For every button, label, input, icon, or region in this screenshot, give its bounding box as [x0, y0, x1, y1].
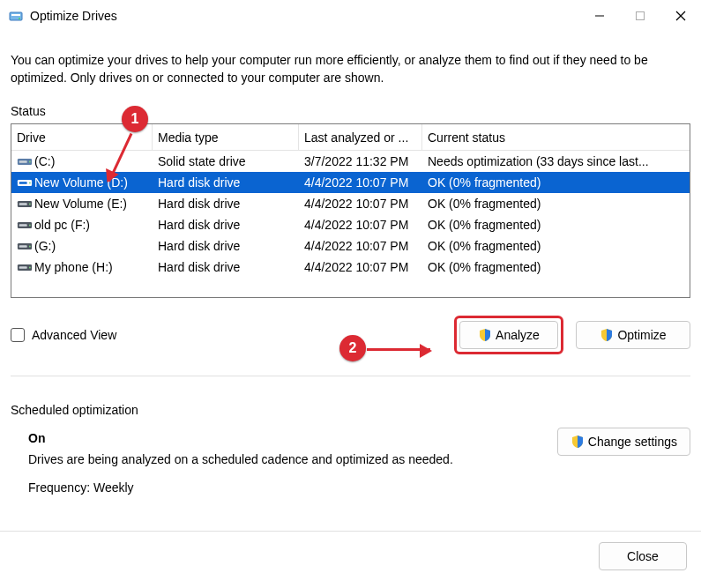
intro-text: You can optimize your drives to help you…	[11, 51, 690, 86]
drive-status: OK (0% fragmented)	[422, 260, 669, 274]
svg-rect-1	[11, 14, 20, 16]
svg-rect-4	[637, 12, 645, 20]
column-media[interactable]: Media type	[153, 124, 299, 150]
drive-icon	[17, 241, 31, 251]
drive-icon	[17, 198, 31, 209]
close-label: Close	[627, 549, 659, 563]
drive-icon	[17, 262, 31, 272]
shield-icon	[600, 328, 614, 342]
table-row[interactable]: New Volume (E:) Hard disk drive 4/4/2022…	[11, 193, 690, 214]
drive-icon	[17, 220, 31, 230]
annotation-2-highlight: Analyze	[454, 316, 563, 354]
drive-status: OK (0% fragmented)	[422, 175, 669, 190]
drive-media: Solid state drive	[153, 154, 299, 168]
drives-grid: Drive Media type Last analyzed or ... Cu…	[11, 123, 690, 298]
drive-icon	[17, 177, 31, 188]
drive-status: OK (0% fragmented)	[422, 197, 669, 211]
close-dialog-button[interactable]: Close	[599, 542, 687, 570]
drive-media: Hard disk drive	[153, 239, 299, 253]
footer: Close	[0, 531, 701, 588]
optimize-button[interactable]: Optimize	[576, 321, 690, 349]
svg-point-2	[19, 18, 20, 19]
svg-rect-0	[10, 12, 22, 20]
scheduled-heading: Scheduled optimization	[11, 403, 690, 417]
drive-last: 4/4/2022 10:07 PM	[299, 197, 422, 211]
annotation-2-badge: 2	[339, 335, 366, 361]
svg-rect-8	[19, 160, 27, 163]
scheduled-desc: Drives are being analyzed on a scheduled…	[28, 449, 557, 470]
drive-name: (G:)	[34, 239, 56, 253]
svg-point-12	[29, 182, 31, 184]
column-status[interactable]: Current status	[422, 124, 669, 150]
drive-status: OK (0% fragmented)	[422, 218, 669, 232]
drive-last: 4/4/2022 10:07 PM	[299, 239, 422, 253]
annotation-1-badge: 1	[122, 106, 148, 132]
app-icon	[9, 9, 23, 23]
shield-icon	[478, 328, 492, 342]
svg-rect-20	[19, 245, 27, 248]
drive-name: old pc (F:)	[34, 218, 90, 232]
scheduled-freq: Frequency: Weekly	[28, 477, 557, 498]
svg-rect-14	[19, 203, 27, 205]
drive-last: 4/4/2022 10:07 PM	[299, 175, 422, 190]
table-row[interactable]: (G:) Hard disk drive 4/4/2022 10:07 PM O…	[11, 235, 690, 257]
column-last[interactable]: Last analyzed or ...	[299, 124, 422, 150]
optimize-label: Optimize	[617, 328, 666, 342]
svg-point-21	[29, 246, 31, 248]
close-button[interactable]	[660, 0, 701, 32]
maximize-button[interactable]	[620, 0, 660, 32]
drive-last: 4/4/2022 10:07 PM	[299, 260, 422, 274]
drive-name: New Volume (E:)	[34, 197, 127, 211]
drive-status: Needs optimization (33 days since last..…	[422, 154, 669, 168]
svg-point-9	[29, 161, 31, 163]
drive-last: 3/7/2022 11:32 PM	[299, 154, 422, 168]
table-row[interactable]: My phone (H:) Hard disk drive 4/4/2022 1…	[11, 257, 690, 278]
grid-header[interactable]: Drive Media type Last analyzed or ... Cu…	[11, 124, 690, 151]
analyze-label: Analyze	[496, 328, 540, 342]
table-row[interactable]: old pc (F:) Hard disk drive 4/4/2022 10:…	[11, 214, 690, 235]
svg-point-15	[29, 204, 31, 205]
shield-icon	[570, 435, 585, 449]
drive-name: My phone (H:)	[34, 260, 113, 274]
minimize-button[interactable]	[579, 0, 620, 32]
svg-point-18	[29, 225, 31, 227]
drive-media: Hard disk drive	[153, 218, 299, 232]
drive-media: Hard disk drive	[153, 260, 299, 274]
drive-icon	[17, 156, 31, 167]
advanced-view-label: Advanced View	[32, 328, 116, 342]
scheduled-on: On	[28, 428, 557, 449]
titlebar: Optimize Drives	[0, 0, 701, 32]
drive-last: 4/4/2022 10:07 PM	[299, 218, 422, 232]
drive-status: OK (0% fragmented)	[422, 239, 669, 253]
divider	[11, 376, 690, 376]
advanced-view-checkbox[interactable]	[11, 328, 25, 342]
analyze-button[interactable]: Analyze	[459, 321, 558, 349]
annotation-2-arrow	[367, 348, 430, 351]
change-settings-button[interactable]: Change settings	[557, 428, 690, 456]
status-label: Status	[11, 104, 690, 118]
svg-rect-17	[19, 224, 27, 227]
drive-media: Hard disk drive	[153, 197, 299, 211]
change-settings-label: Change settings	[588, 435, 677, 449]
svg-rect-23	[19, 266, 27, 269]
svg-point-24	[29, 267, 31, 269]
svg-rect-11	[19, 182, 27, 184]
drive-name: (C:)	[34, 154, 55, 168]
window-title: Optimize Drives	[30, 9, 117, 23]
drive-media: Hard disk drive	[153, 175, 299, 190]
